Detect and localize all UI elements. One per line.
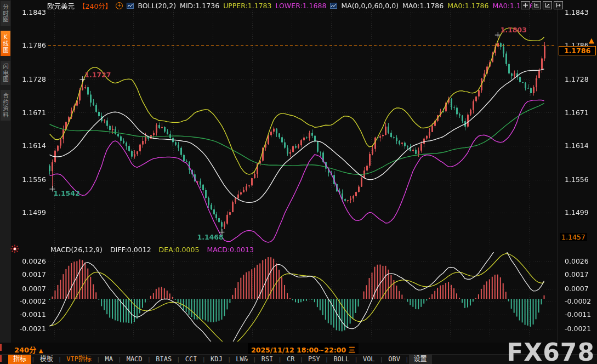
- price-tick-right: 1.1728: [565, 75, 595, 83]
- ma-label: MA(0,0,0,60,0,0): [341, 2, 399, 10]
- axis-separator: [557, 0, 558, 343]
- tab-separator: |: [278, 356, 282, 363]
- tab-separator: |: [380, 356, 384, 363]
- tab-separator: |: [299, 356, 303, 363]
- sidebar-item-lightning-chart[interactable]: 闪电图: [1, 61, 10, 86]
- pan-tool-icon[interactable]: [521, 1, 530, 9]
- price-tick-left: 1.1556: [11, 175, 46, 184]
- tab-separator: |: [58, 356, 62, 363]
- price-tick-right: 1.1556: [565, 175, 595, 184]
- bottom-tab-kdj[interactable]: KDJ: [206, 355, 228, 364]
- tab-separator: |: [118, 356, 122, 363]
- tab-separator: |: [202, 356, 206, 363]
- macd-tick-left: 0.0026: [11, 257, 46, 265]
- price-tick-right: 1.1671: [565, 109, 595, 117]
- tab-separator: |: [228, 356, 231, 363]
- macd-title: MACD(26,12,9): [50, 246, 103, 254]
- price-tick-right: 1.1614: [565, 141, 595, 150]
- sidebar-item-contract-info[interactable]: 合约资料: [1, 90, 10, 121]
- period-label[interactable]: 【240分】: [78, 1, 112, 11]
- sidebar-item-kline-chart[interactable]: K线图: [1, 31, 10, 56]
- macd-diff-value: DIFF:0.0012: [110, 246, 151, 254]
- bottom-tab-cci[interactable]: CCI: [180, 355, 202, 364]
- period-dropdown-arrow-icon: ▲: [39, 348, 43, 354]
- indicator-chart-icon: [127, 3, 134, 9]
- chart-canvas[interactable]: [48, 0, 556, 343]
- bottom-tab-settings[interactable]: 设置: [409, 355, 432, 364]
- ma0-value-white: MA0:1.1786: [402, 2, 444, 10]
- tab-separator: |: [147, 356, 151, 363]
- bottom-tab-lwr[interactable]: LW&: [231, 355, 253, 364]
- bottom-tab-indicator[interactable]: 指标: [8, 355, 31, 364]
- macd-tick-left: -0.0002: [11, 297, 46, 305]
- boll-label: BOLL(20,2): [138, 2, 176, 10]
- alert-sun-icon[interactable]: [10, 244, 19, 255]
- tab-separator: |: [354, 356, 358, 363]
- bottom-tab-cr[interactable]: CR: [282, 355, 299, 364]
- topbar: 欧元美元 【240分】 + BOLL(20,2) MID:1.1736 UPPE…: [47, 0, 534, 11]
- zoom-y-axis-icon[interactable]: [532, 1, 541, 9]
- macd-tick-right: -0.0021: [565, 325, 597, 333]
- bottom-tab-template[interactable]: 模板: [35, 355, 58, 364]
- macd-tick-right: -0.0002: [565, 297, 597, 305]
- band-low-label: 1.1457: [560, 233, 587, 241]
- bottom-tab-rsi[interactable]: RSI: [257, 355, 278, 364]
- bottom-tab-macd[interactable]: MACD: [122, 355, 147, 364]
- tab-separator: |: [31, 356, 35, 363]
- macd-tick-left: 0.0007: [11, 285, 46, 293]
- period-selector[interactable]: 240分 ▲: [14, 344, 43, 355]
- bottom-tab-psy[interactable]: PSY: [303, 355, 325, 364]
- current-price-box: 1.1786: [559, 46, 596, 55]
- watermark: FX678: [507, 341, 595, 364]
- pan-right-icon[interactable]: [554, 1, 563, 9]
- boll-upper-value: UPPER:1.1783: [223, 2, 271, 10]
- price-tick-left: 1.1499: [11, 208, 46, 217]
- boll-mid-value: MID:1.1736: [180, 2, 219, 10]
- macd-dea-value: DEA:0.0005: [159, 246, 200, 254]
- sidebar-item-time-chart[interactable]: 分时图: [1, 1, 10, 26]
- macd-tick-right: 0.0026: [565, 257, 597, 265]
- add-indicator-icon[interactable]: +: [116, 2, 123, 9]
- bottom-tab-obv[interactable]: OBV: [383, 355, 405, 364]
- bottom-tab-boll[interactable]: BOLL: [328, 355, 354, 364]
- symbol-name: 欧元美元: [47, 1, 75, 11]
- macd-tick-right: 0.0007: [565, 285, 597, 293]
- left-edge-marker: [0, 355, 2, 362]
- macd-tick-left: -0.0021: [11, 325, 46, 333]
- left-edge-marker: [0, 344, 2, 351]
- tab-separator: |: [405, 356, 409, 363]
- macd-tick-left: -0.0011: [11, 310, 46, 318]
- tab-separator: |: [96, 356, 100, 363]
- ma0-value-yellow: MA0:1.1786: [447, 2, 488, 10]
- indicator-chart-icon: [330, 3, 337, 9]
- bottom-tab-vip-indicator[interactable]: VIP指标: [61, 355, 96, 364]
- bottom-tab-ma[interactable]: MA: [100, 355, 118, 364]
- tab-separator: |: [325, 356, 329, 363]
- price-tick-left: 1.1728: [11, 75, 46, 83]
- chart-toolbar: [521, 1, 563, 9]
- macd-macd-value: MACD:0.0013: [207, 246, 253, 254]
- tab-separator: |: [253, 356, 257, 363]
- macd-tick-left: 0.0017: [11, 270, 46, 278]
- bottom-tab-vol[interactable]: VOL: [358, 355, 380, 364]
- macd-tick-right: 0.0017: [565, 270, 597, 278]
- price-tick-left: 1.1843: [11, 8, 46, 16]
- price-tick-right: 1.1499: [565, 208, 595, 217]
- price-tick-left: 1.1614: [11, 141, 46, 150]
- price-tick-left: 1.1786: [11, 41, 46, 49]
- sidebar: 分时图K线图闪电图合约资料: [0, 0, 11, 343]
- tab-separator: |: [177, 356, 180, 363]
- boll-lower-value: LOWER:1.1688: [276, 2, 327, 10]
- trading-app: 分时图K线图闪电图合约资料 欧元美元 【240分】 + BOLL(20,2) M…: [0, 0, 597, 364]
- price-tick-right: 1.1843: [565, 8, 595, 16]
- price-up-arrow-icon: ▲: [589, 36, 594, 44]
- macd-header: MACD(26,12,9) DIFF:0.0012 DEA:0.0005 MAC…: [50, 246, 254, 254]
- macd-tick-right: -0.0011: [565, 310, 597, 318]
- bottom-tab-bias[interactable]: BIAS: [151, 355, 177, 364]
- zoom-x-axis-icon[interactable]: [543, 1, 552, 9]
- price-tick-left: 1.1671: [11, 109, 46, 117]
